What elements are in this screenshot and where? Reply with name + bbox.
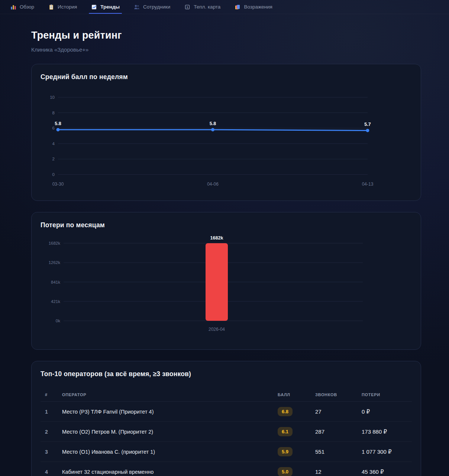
clipboard-icon [48, 4, 54, 10]
line-chart-svg: 02468105.803-305.804-065.704-13 [41, 85, 413, 192]
svg-text:5.7: 5.7 [364, 122, 371, 127]
score-cell: 5.0 [278, 467, 315, 476]
losses-cell: 45 360 ₽ [362, 469, 412, 475]
main-content: Тренды и рейтинг Клиника «Здоровье+» Сре… [0, 30, 449, 476]
score-badge: 6.1 [278, 427, 293, 436]
table-row[interactable]: 1Место (Р3) ТЛФ Fanvil (Приоритет 4)6.82… [41, 402, 412, 422]
svg-text:4: 4 [52, 141, 55, 146]
svg-text:2: 2 [52, 157, 55, 161]
top-operators-card-title: Топ-10 операторов (за всё время, ≥3 звон… [41, 370, 412, 378]
svg-text:1682k: 1682k [49, 241, 61, 245]
score-badge: 6.8 [278, 407, 293, 416]
table-row[interactable]: 2Место (О2) Петров М. (Приоритет 2)6.128… [41, 422, 412, 442]
score-badge: 5.0 [278, 467, 293, 476]
svg-text:0k: 0k [56, 319, 60, 323]
operator-cell: Место (О1) Иванова С. (приоритет 1) [62, 449, 278, 455]
col-header-operator: ОПЕРАТОР [62, 392, 278, 397]
svg-text:03-30: 03-30 [52, 182, 64, 187]
losses-cell: 173 880 ₽ [362, 428, 412, 435]
monthly-losses-card: Потери по месяцам 0k421k841k1262k1682k16… [31, 212, 421, 350]
people-icon [134, 4, 140, 10]
svg-text:1682k: 1682k [210, 235, 223, 241]
clinic-subtitle: Клиника «Здоровье+» [31, 46, 421, 53]
score-cell: 6.8 [278, 407, 315, 416]
tab-employees[interactable]: Сотрудники [134, 0, 170, 14]
score-badge: 5.9 [278, 447, 293, 456]
svg-text:841k: 841k [51, 280, 60, 284]
score-cell: 6.1 [278, 427, 315, 436]
svg-text:1262k: 1262k [49, 260, 61, 265]
table-header: # ОПЕРАТОР БАЛЛ ЗВОНКОВ ПОТЕРИ [41, 388, 412, 402]
calls-cell: 12 [315, 469, 362, 475]
weekly-score-card: Средний балл по неделям 02468105.803-305… [31, 64, 421, 201]
col-header-score: БАЛЛ [278, 392, 315, 397]
svg-text:8: 8 [52, 111, 55, 115]
tab-heatmap[interactable]: 1 Тепл. карта [184, 0, 220, 14]
top-nav: Обзор История Тренды Сотрудники 1 Тепл. … [0, 0, 449, 14]
rank-cell: 2 [45, 429, 62, 435]
svg-text:5.8: 5.8 [210, 121, 216, 126]
weekly-score-line-chart: 02468105.803-305.804-065.704-13 [41, 85, 412, 192]
monthly-losses-bar-chart: 0k421k841k1262k1682k1682k2026-04 [41, 233, 412, 340]
calls-cell: 27 [315, 408, 362, 415]
tab-overview[interactable]: Обзор [10, 0, 34, 14]
tab-label: Тепл. карта [194, 4, 220, 10]
card-index-icon [235, 4, 240, 10]
calls-cell: 287 [315, 428, 362, 435]
svg-text:421k: 421k [51, 299, 60, 304]
tab-trends[interactable]: Тренды [91, 0, 120, 14]
svg-text:1: 1 [187, 5, 188, 9]
operator-cell: Место (О2) Петров М. (Приоритет 2) [62, 429, 278, 435]
col-header-calls: ЗВОНКОВ [315, 392, 362, 397]
bar-chart-icon [10, 4, 16, 10]
tab-label: История [58, 4, 77, 10]
losses-cell: 0 ₽ [362, 408, 412, 415]
tab-history[interactable]: История [48, 0, 77, 14]
table-row[interactable]: 4Кабинет 32 стационарный временно5.01245… [41, 462, 412, 476]
numeric-grid-icon: 1 [184, 4, 190, 10]
rank-cell: 3 [45, 449, 62, 455]
monthly-losses-card-title: Потери по месяцам [41, 221, 412, 229]
bar-chart-svg: 0k421k841k1262k1682k1682k2026-04 [41, 233, 413, 340]
svg-text:04-06: 04-06 [207, 182, 219, 187]
operator-cell: Место (Р3) ТЛФ Fanvil (Приоритет 4) [62, 409, 278, 415]
tab-label: Тренды [100, 4, 120, 10]
tab-label: Обзор [20, 4, 34, 10]
svg-text:10: 10 [50, 95, 55, 100]
operator-cell: Кабинет 32 стационарный временно [62, 469, 278, 475]
svg-text:5.8: 5.8 [55, 121, 61, 126]
svg-text:6: 6 [52, 126, 55, 130]
svg-text:04-13: 04-13 [362, 182, 374, 187]
svg-text:2026-04: 2026-04 [209, 327, 225, 332]
page-title: Тренды и рейтинг [31, 30, 421, 41]
rank-cell: 4 [45, 469, 62, 475]
losses-cell: 1 077 300 ₽ [362, 449, 412, 455]
svg-text:0: 0 [52, 172, 55, 177]
weekly-score-card-title: Средний балл по неделям [41, 73, 412, 81]
rank-cell: 1 [45, 409, 62, 415]
calls-cell: 551 [315, 449, 362, 455]
tab-objections[interactable]: Возражения [235, 0, 272, 14]
trend-chart-icon [91, 4, 97, 10]
table-body: 1Место (Р3) ТЛФ Fanvil (Приоритет 4)6.82… [41, 402, 412, 476]
table-row[interactable]: 3Место (О1) Иванова С. (приоритет 1)5.95… [41, 442, 412, 462]
tab-label: Сотрудники [143, 4, 170, 10]
top-operators-card: Топ-10 операторов (за всё время, ≥3 звон… [31, 361, 421, 476]
tab-label: Возражения [244, 4, 272, 10]
score-cell: 5.9 [278, 447, 315, 456]
col-header-losses: ПОТЕРИ [362, 392, 412, 397]
col-header-rank: # [45, 392, 62, 397]
